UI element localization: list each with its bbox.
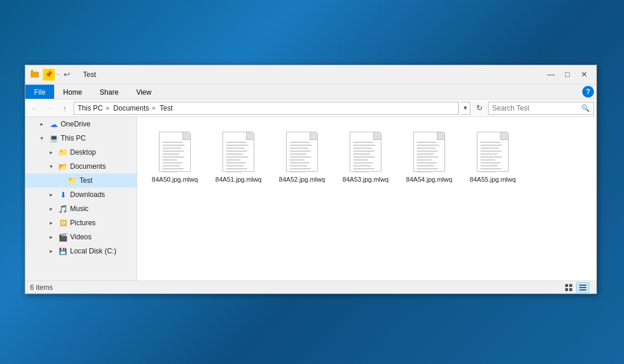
tab-home[interactable]: Home (54, 85, 91, 99)
folder-icon-test: 📁 (68, 176, 77, 185)
path-dropdown-btn[interactable]: ▼ (461, 102, 470, 115)
sidebar-item-local-disk[interactable]: ► 💾 Local Disk (C:) (25, 244, 137, 258)
svg-rect-5 (579, 287, 586, 288)
doc-icon (413, 132, 445, 172)
file-name: 84A50.jpg.mlwq (152, 175, 198, 183)
quick-access-pin-btn[interactable]: 📌 (43, 69, 55, 81)
path-this-pc[interactable]: This PC (78, 104, 103, 112)
doc-icon (159, 132, 191, 172)
videos-icon: 🎬 (58, 232, 68, 242)
sidebar-item-desktop[interactable]: ► 📁 Desktop (25, 145, 137, 159)
window-controls: — □ ✕ (543, 69, 592, 81)
cloud-icon: ☁ (49, 119, 58, 129)
pictures-icon: 🖼 (58, 218, 68, 228)
svg-rect-0 (565, 284, 568, 287)
file-item[interactable]: 84A52.jpg.mlwq (273, 125, 331, 189)
help-button[interactable]: ? (582, 86, 594, 98)
sidebar-item-music[interactable]: ► 🎵 Music (25, 202, 137, 216)
sidebar-label-music: Music (70, 205, 88, 213)
doc-icon (477, 132, 509, 172)
svg-rect-2 (565, 288, 568, 291)
file-icon (284, 131, 320, 173)
tab-share[interactable]: Share (91, 85, 127, 99)
sidebar-item-onedrive[interactable]: ► ☁ OneDrive (25, 117, 137, 131)
file-icon (348, 131, 383, 173)
sidebar-item-this-pc[interactable]: ▼ 💻 This PC (25, 131, 137, 145)
sidebar-label-documents: Documents (70, 162, 106, 171)
folder-icon-desktop: 📁 (58, 148, 68, 157)
title-bar: 📌 ↩ Test — □ ✕ (25, 65, 596, 84)
sidebar-label-videos: Videos (70, 233, 91, 241)
tab-file[interactable]: File (25, 85, 54, 99)
files-grid: 84A50.jpg.mlwq 84A51.jpg.mlwq (143, 123, 590, 191)
sidebar-item-downloads[interactable]: ► ⬇ Downloads (25, 188, 137, 202)
forward-button[interactable]: → (43, 102, 56, 115)
sidebar-label-pictures: Pictures (70, 219, 95, 227)
maximize-button[interactable]: □ (560, 69, 575, 81)
file-icon (475, 131, 510, 173)
file-name: 84A51.jpg.mlwq (215, 175, 261, 183)
list-view-btn[interactable] (576, 282, 589, 293)
sidebar-label-desktop: Desktop (70, 148, 96, 156)
downloads-icon: ⬇ (58, 190, 68, 199)
file-icon (411, 131, 447, 173)
file-name: 84A52.jpg.mlwq (279, 175, 325, 183)
file-item[interactable]: 84A50.jpg.mlwq (145, 125, 204, 189)
file-item[interactable]: 84A54.jpg.mlwq (400, 125, 459, 189)
doc-lines (162, 142, 187, 172)
file-item[interactable]: 84A53.jpg.mlwq (336, 125, 395, 189)
search-input[interactable] (492, 104, 581, 112)
sidebar-label-this-pc: This PC (61, 134, 86, 142)
file-area: 84A50.jpg.mlwq 84A51.jpg.mlwq (137, 117, 596, 280)
quick-undo-btn[interactable]: ↩ (61, 69, 72, 81)
file-name: 84A53.jpg.mlwq (343, 175, 389, 183)
music-icon: 🎵 (58, 204, 68, 213)
back-button[interactable]: ← (28, 102, 41, 115)
refresh-button[interactable]: ↻ (473, 102, 486, 115)
file-name: 84A54.jpg.mlwq (406, 175, 452, 183)
svg-rect-1 (569, 284, 572, 287)
search-box[interactable]: 🔍 (488, 102, 594, 115)
ribbon-tabs: File Home Share View ? (25, 84, 596, 99)
sidebar-label-local-disk: Local Disk (C:) (70, 247, 117, 255)
doc-lines (290, 142, 314, 172)
file-item[interactable]: 84A51.jpg.mlwq (209, 125, 268, 189)
file-name: 84A55.jpg.mlwq (470, 175, 516, 183)
search-icon[interactable]: 🔍 (581, 104, 590, 112)
titlebar-folder-icon (30, 70, 39, 79)
expand-icon-this-pc: ▼ (37, 133, 47, 143)
doc-icon (286, 132, 318, 172)
doc-lines (417, 142, 442, 172)
svg-rect-4 (579, 285, 586, 286)
expand-icon-desktop: ► (47, 148, 56, 157)
sidebar-label-onedrive: OneDrive (61, 120, 91, 128)
file-item[interactable]: 84A55.jpg.mlwq (463, 125, 522, 189)
content-area: ► ☁ OneDrive ▼ 💻 This PC ► 📁 Desktop ▼ 📂… (25, 117, 596, 280)
file-explorer-window: 📌 ↩ Test — □ ✕ File Home Share View ? ← … (25, 65, 597, 294)
sidebar-label-downloads: Downloads (70, 191, 105, 199)
sidebar: ► ☁ OneDrive ▼ 💻 This PC ► 📁 Desktop ▼ 📂… (25, 117, 137, 280)
path-documents[interactable]: Documents (114, 104, 150, 112)
expand-icon: ► (37, 119, 47, 129)
svg-rect-6 (579, 289, 586, 290)
expand-icon-localdisk: ► (47, 246, 56, 256)
expand-icon-pictures: ► (47, 218, 56, 228)
grid-view-btn[interactable] (562, 282, 575, 293)
sidebar-item-pictures[interactable]: ► 🖼 Pictures (25, 216, 137, 230)
file-icon (221, 131, 256, 173)
minimize-button[interactable]: — (543, 69, 559, 81)
status-bar: 6 items (25, 280, 596, 293)
sidebar-item-test[interactable]: 📁 Test (25, 173, 137, 188)
expand-icon-music: ► (47, 204, 56, 213)
address-path[interactable]: This PC ► Documents ► Test (74, 102, 459, 115)
sidebar-label-test: Test (79, 176, 92, 185)
close-button[interactable]: ✕ (576, 69, 592, 81)
path-test[interactable]: Test (160, 104, 172, 112)
tab-view[interactable]: View (127, 85, 160, 99)
window-title: Test (83, 71, 543, 79)
doc-icon (350, 132, 381, 172)
up-button[interactable]: ↑ (58, 102, 71, 115)
view-toggle (562, 282, 589, 293)
sidebar-item-documents[interactable]: ▼ 📂 Documents (25, 159, 137, 173)
sidebar-item-videos[interactable]: ► 🎬 Videos (25, 230, 137, 244)
